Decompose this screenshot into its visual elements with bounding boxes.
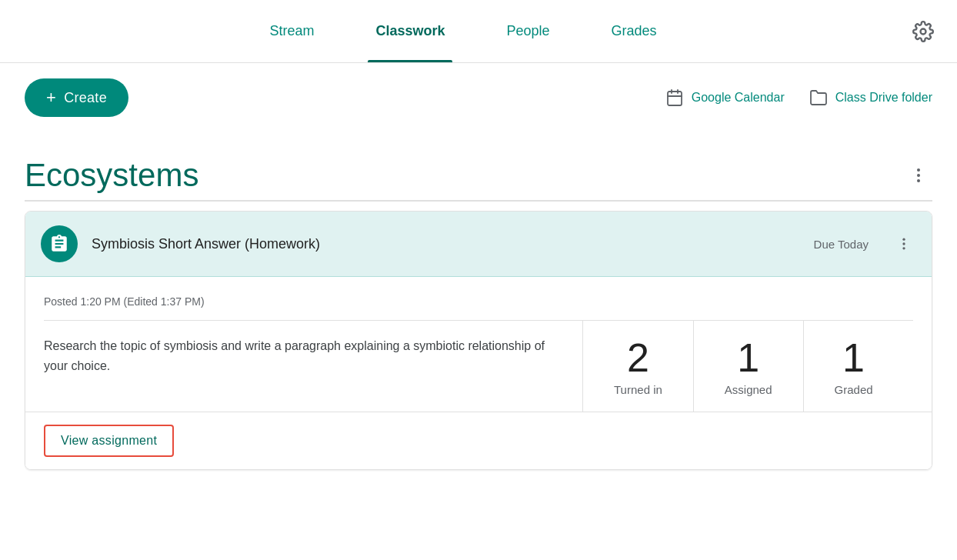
assignment-footer: View assignment (25, 412, 932, 469)
calendar-icon (665, 88, 684, 107)
svg-point-6 (917, 174, 920, 177)
topic-header: Ecosystems (25, 145, 932, 202)
view-assignment-button[interactable]: View assignment (44, 425, 174, 457)
assignment-stats: 2 Turned in 1 Assigned 1 Graded (582, 321, 904, 412)
svg-point-5 (917, 168, 920, 172)
settings-icon[interactable] (908, 16, 939, 47)
toolbar-right: Google Calendar Class Drive folder (665, 88, 932, 107)
nav-bar: Stream Classwork People Grades (0, 0, 957, 63)
stat-graded-label: Graded (835, 383, 873, 396)
google-calendar-label: Google Calendar (692, 91, 785, 105)
main-content: Ecosystems Symbiosis Short Answer (Homew… (0, 132, 957, 495)
svg-point-7 (917, 179, 920, 182)
stat-assigned: 1 Assigned (694, 321, 804, 412)
stat-graded: 1 Graded (804, 321, 904, 412)
google-calendar-link[interactable]: Google Calendar (665, 88, 785, 107)
stat-graded-number: 1 (842, 336, 865, 380)
tab-grades[interactable]: Grades (604, 0, 665, 62)
svg-point-9 (902, 242, 905, 245)
stat-assigned-number: 1 (737, 336, 759, 380)
class-drive-folder-link[interactable]: Class Drive folder (809, 88, 932, 107)
topic-title: Ecosystems (25, 157, 198, 194)
assignment-meta: Posted 1:20 PM (Edited 1:37 PM) (44, 295, 913, 308)
assignment-content: Research the topic of symbiosis and writ… (44, 320, 913, 412)
svg-point-10 (902, 247, 905, 249)
tab-stream[interactable]: Stream (262, 0, 322, 62)
nav-tabs: Stream Classwork People Grades (18, 0, 908, 62)
assignment-due: Due Today (814, 238, 869, 251)
stat-turned-in-label: Turned in (614, 383, 662, 396)
tab-classwork[interactable]: Classwork (368, 0, 452, 62)
assignment-title: Symbiosis Short Answer (Homework) (92, 236, 800, 252)
assignment-menu-button[interactable] (892, 232, 916, 256)
stat-turned-in: 2 Turned in (583, 321, 694, 412)
folder-icon (809, 88, 828, 107)
svg-rect-1 (668, 92, 682, 105)
svg-point-8 (902, 238, 905, 241)
clipboard-icon (49, 234, 69, 254)
assignment-description: Research the topic of symbiosis and writ… (44, 321, 567, 391)
three-dots-vertical-icon (909, 166, 928, 185)
assignment-icon (41, 225, 78, 262)
stat-assigned-label: Assigned (725, 383, 772, 396)
assignment-body: Posted 1:20 PM (Edited 1:37 PM) Research… (25, 277, 932, 412)
plus-icon: + (46, 89, 56, 106)
assignment-header[interactable]: Symbiosis Short Answer (Homework) Due To… (25, 212, 932, 277)
tab-people[interactable]: People (499, 0, 557, 62)
toolbar: + Create Google Calendar Class Drive fol… (0, 63, 957, 132)
class-drive-folder-label: Class Drive folder (835, 91, 932, 105)
topic-menu-button[interactable] (905, 162, 932, 189)
create-label: Create (64, 90, 107, 106)
svg-point-0 (921, 28, 926, 34)
create-button[interactable]: + Create (25, 78, 128, 117)
assignment-three-dots-icon (896, 236, 912, 252)
assignment-card: Symbiosis Short Answer (Homework) Due To… (25, 211, 932, 470)
stat-turned-in-number: 2 (627, 336, 649, 380)
